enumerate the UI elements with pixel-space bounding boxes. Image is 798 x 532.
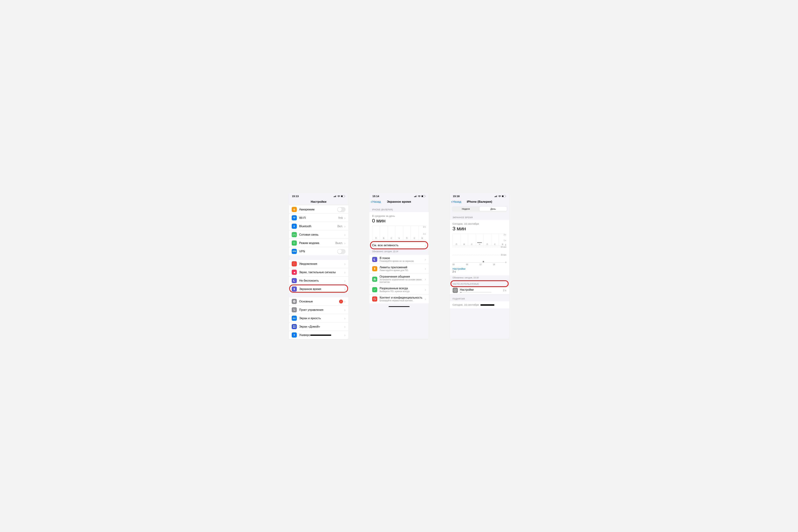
average-label: В среднем за день bbox=[372, 214, 426, 217]
svg-rect-33 bbox=[506, 196, 506, 196]
app-link[interactable]: Настройки bbox=[453, 267, 507, 270]
settings-row-разрешенные-всегда[interactable]: Разрешенные всегдаВыберите ПО, нужное вс… bbox=[369, 285, 429, 294]
chevron-right-icon: › bbox=[344, 225, 346, 228]
app-time: 2 с bbox=[453, 270, 507, 273]
chevron-right-icon: › bbox=[344, 333, 346, 337]
day-label: П bbox=[403, 226, 411, 240]
usage-value: 3 мин bbox=[453, 226, 507, 231]
settings-row-ограничения-общения[interactable]: Ограничения общенияУстановите ограничени… bbox=[369, 273, 429, 285]
settings-row-звуки,-тактильные-сигналы[interactable]: ◀Звуки, тактильные сигналы› bbox=[289, 268, 348, 277]
badge: 1 bbox=[339, 300, 343, 303]
airplane-icon bbox=[292, 207, 297, 212]
svg-point-15 bbox=[294, 334, 294, 335]
status-time: 15:14 bbox=[373, 195, 379, 197]
week-day-segment[interactable]: Неделя День bbox=[452, 206, 507, 211]
svg-line-26 bbox=[374, 298, 376, 300]
chevron-right-icon: › bbox=[425, 297, 426, 301]
access-icon bbox=[292, 332, 297, 338]
segment-week[interactable]: Неделя bbox=[452, 207, 479, 211]
usage-card: Сегодня, 16 сентября 3 мин 2 ч 1 ч 0 ПВС… bbox=[450, 220, 509, 276]
settings-row-не-беспокоить[interactable]: Не беспокоить› bbox=[289, 277, 348, 285]
y-tick: 30 мин bbox=[501, 254, 507, 256]
page-title: iPhone (Валерия) bbox=[467, 200, 492, 204]
settings-row-авиарежим[interactable]: Авиарежим bbox=[289, 205, 348, 214]
settings-row-контент-и-конфиденциальность[interactable]: Контент и конфиденциальностьБлокируйте н… bbox=[369, 294, 429, 303]
hour-chart: 60 мин 30 мин 0 bbox=[453, 247, 507, 263]
row-label: Ограничения общения bbox=[380, 275, 425, 278]
moon2-icon bbox=[372, 257, 377, 262]
settings-row-режим-модема[interactable]: ⦾Режим модемаВыкл.› bbox=[289, 239, 348, 247]
y-tick: 60 мин bbox=[501, 246, 507, 248]
row-label: Звуки, тактильные сигналы bbox=[299, 270, 344, 274]
toggle-switch[interactable] bbox=[337, 207, 346, 212]
segment-day[interactable]: День bbox=[479, 207, 507, 211]
home-indicator[interactable] bbox=[388, 306, 410, 307]
aa-icon: AA bbox=[292, 316, 297, 321]
pickups-date: Сегодня, 16 сентября bbox=[453, 303, 479, 306]
row-label: В покое bbox=[380, 256, 425, 260]
freq-app-label: Настройки bbox=[460, 288, 503, 291]
settings-row-пункт-управления[interactable]: Пункт управления› bbox=[289, 306, 348, 314]
usage-bar bbox=[477, 242, 482, 243]
settings-group-2: Уведомления›◀Звуки, тактильные сигналы›Н… bbox=[289, 260, 348, 293]
toggle-switch[interactable] bbox=[337, 249, 346, 254]
settings-row-экран-«домой»[interactable]: Экран «Домой»› bbox=[289, 322, 348, 331]
day-label: С bbox=[387, 226, 395, 240]
settings-row-универсальный-доступ[interactable]: Универс› bbox=[289, 331, 348, 339]
day-label: П bbox=[483, 234, 491, 246]
day-label: П bbox=[372, 226, 380, 240]
row-value: fmk bbox=[338, 216, 343, 220]
settings-group-1: АвиарежимWi-Fifmk›BluetoothВкл.›((•))Сот… bbox=[289, 205, 348, 255]
day-label: В bbox=[460, 234, 468, 246]
svg-rect-21 bbox=[422, 195, 423, 197]
see-all-activity-row[interactable]: См. всю активность › bbox=[369, 242, 429, 249]
row-label: Разрешенные всегда bbox=[380, 287, 425, 290]
day-label: В bbox=[418, 226, 426, 240]
settings-row-экран-и-яркость[interactable]: AAЭкран и яркость› bbox=[289, 314, 348, 322]
updated-footer: Обновлено: сегодня, 15:18 bbox=[450, 276, 509, 280]
signal-icon bbox=[495, 195, 497, 197]
row-label: Контент и конфиденциальность bbox=[380, 296, 425, 299]
screentime-features: В покоеПланируйте время не за экраном.›Л… bbox=[369, 255, 429, 303]
grid-icon bbox=[292, 324, 297, 329]
chevron-right-icon: › bbox=[425, 267, 426, 270]
status-time: 15:13 bbox=[292, 195, 299, 197]
svg-point-23 bbox=[374, 278, 375, 279]
settings-row-основные[interactable]: Основные1› bbox=[289, 297, 348, 306]
wifi-icon bbox=[498, 195, 501, 197]
chevron-right-icon: › bbox=[344, 287, 346, 291]
day-label: П bbox=[453, 234, 460, 246]
status-bar: 15:13 bbox=[289, 193, 348, 199]
back-button[interactable]: ‹ Назад bbox=[451, 200, 461, 204]
status-icons bbox=[495, 195, 506, 197]
day-label: Ч bbox=[395, 226, 403, 240]
svg-rect-6 bbox=[345, 196, 345, 196]
freq-app-row[interactable]: Настройки 2 с bbox=[450, 286, 509, 294]
hour-label: 06 bbox=[466, 263, 479, 265]
day-label: С bbox=[411, 226, 418, 240]
settings-row-лимиты-приложений[interactable]: Лимиты приложенийЛимитируйте время для П… bbox=[369, 264, 429, 273]
back-button[interactable]: ‹ Назад bbox=[371, 200, 381, 204]
settings-row-экранное-время[interactable]: Экранное время› bbox=[289, 285, 348, 293]
gear-icon bbox=[292, 299, 297, 304]
settings-row-сотовая-связь[interactable]: ((•))Сотовая связь› bbox=[289, 230, 348, 239]
y-tick: 1 ч bbox=[423, 233, 426, 235]
day-label: Ч bbox=[476, 234, 483, 246]
svg-rect-32 bbox=[502, 195, 504, 197]
row-sublabel: Установите ограничения на основе своих к… bbox=[380, 279, 425, 283]
settings-row-в-покое[interactable]: В покоеПланируйте время не за экраном.› bbox=[369, 255, 429, 264]
nav-bar: ‹ Назад iPhone (Валерия) bbox=[450, 199, 509, 205]
y-tick: 1 ч bbox=[504, 240, 506, 241]
settings-row-wi-fi[interactable]: Wi-Fifmk› bbox=[289, 214, 348, 222]
row-label: Основные bbox=[299, 300, 339, 303]
svg-point-35 bbox=[455, 290, 456, 291]
status-bar: 15:18 bbox=[450, 193, 509, 199]
settings-row-vpn[interactable]: VPNVPN bbox=[289, 247, 348, 255]
settings-row-уведомления[interactable]: Уведомления› bbox=[289, 260, 348, 268]
chevron-right-icon: › bbox=[344, 241, 346, 245]
y-tick: 2 ч bbox=[423, 226, 426, 228]
row-sublabel: Лимитируйте время для ПО. bbox=[380, 269, 425, 271]
row-label: Wi-Fi bbox=[299, 216, 339, 220]
settings-row-bluetooth[interactable]: BluetoothВкл.› bbox=[289, 222, 348, 230]
nav-bar: ‹ Назад Экранное время bbox=[369, 199, 429, 205]
